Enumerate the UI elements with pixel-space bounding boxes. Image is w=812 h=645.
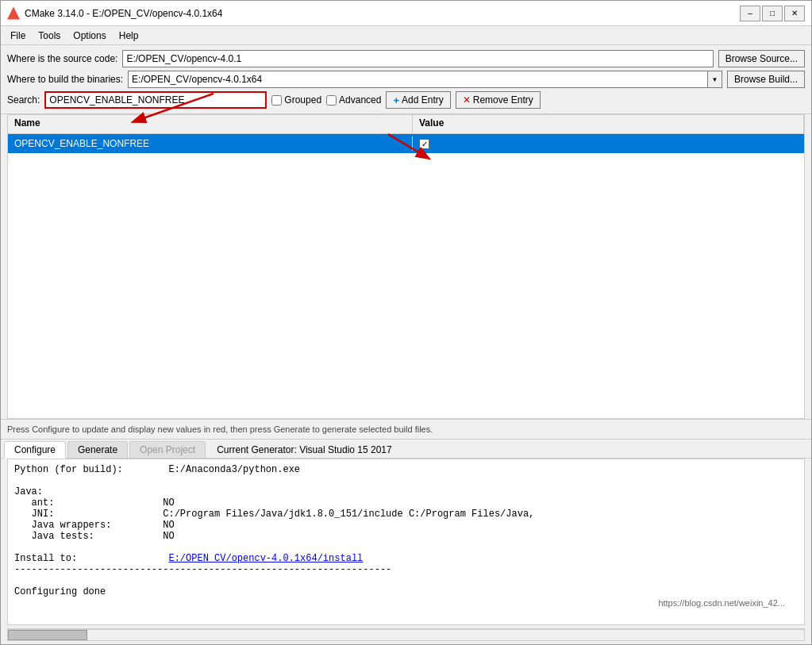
source-label: Where is the source code:: [7, 53, 117, 64]
menu-tools[interactable]: Tools: [32, 29, 67, 43]
advanced-checkbox[interactable]: [326, 95, 337, 106]
table-header: Name Value: [8, 115, 804, 134]
cmake-icon: [7, 7, 20, 20]
build-row: Where to build the binaries: ▼ Browse Bu…: [7, 71, 805, 88]
grouped-checkbox-label[interactable]: Grouped: [271, 94, 321, 106]
remove-icon: ✕: [463, 94, 471, 106]
window-controls: – □ ✕: [740, 6, 805, 21]
minimize-button[interactable]: –: [740, 6, 760, 21]
add-entry-label: Add Entry: [402, 94, 444, 106]
row-value-cell[interactable]: [413, 137, 804, 151]
hscroll-thumb[interactable]: [8, 630, 87, 640]
row-name-cell: OPENCV_ENABLE_NONFREE: [8, 136, 413, 151]
browse-source-button[interactable]: Browse Source...: [718, 50, 805, 67]
horizontal-scrollbar[interactable]: [7, 628, 805, 641]
menu-help[interactable]: Help: [113, 29, 145, 43]
browse-build-button[interactable]: Browse Build...: [727, 71, 805, 88]
menu-file[interactable]: File: [4, 29, 32, 43]
install-path-link[interactable]: E:/OPEN_CV/opencv-4.0.1x64/install: [168, 553, 363, 564]
toolbar: Where is the source code: Browse Source.…: [1, 45, 811, 114]
status-bar: Press Configure to update and display ne…: [1, 419, 811, 439]
output-content: Python (for build): E:/Anaconda3/python.…: [8, 459, 804, 602]
build-dropdown-arrow[interactable]: ▼: [707, 71, 722, 87]
maximize-button[interactable]: □: [762, 6, 783, 21]
tab-bar: Configure Generate Open Project Current …: [1, 440, 811, 459]
source-input[interactable]: [122, 50, 713, 67]
tab-open-project[interactable]: Open Project: [129, 441, 206, 458]
name-column-header: Name: [8, 115, 413, 133]
title-bar: CMake 3.14.0 - E:/OPEN_CV/opencv-4.0.1x6…: [1, 1, 811, 26]
advanced-label: Advanced: [339, 94, 381, 106]
source-row: Where is the source code: Browse Source.…: [7, 50, 805, 67]
output-area[interactable]: Python (for build): E:/Anaconda3/python.…: [7, 459, 805, 625]
search-row: Search: Grouped Advanced + Add Entry ✕ R…: [7, 91, 805, 109]
add-icon: +: [393, 94, 399, 106]
tab-configure[interactable]: Configure: [4, 441, 66, 459]
table-container-outer: Name Value OPENCV_ENABLE_NONFREE: [7, 114, 805, 419]
window-title: CMake 3.14.0 - E:/OPEN_CV/opencv-4.0.1x6…: [25, 8, 740, 19]
search-input[interactable]: [44, 91, 267, 109]
build-label: Where to build the binaries:: [7, 74, 123, 85]
table-body: OPENCV_ENABLE_NONFREE: [8, 134, 804, 418]
menu-bar: File Tools Options Help: [1, 26, 811, 45]
grouped-checkbox[interactable]: [271, 95, 282, 106]
build-input[interactable]: [129, 71, 707, 87]
value-column-header: Value: [413, 115, 804, 133]
main-window: CMake 3.14.0 - E:/OPEN_CV/opencv-4.0.1x6…: [0, 0, 812, 645]
remove-entry-button[interactable]: ✕ Remove Entry: [456, 91, 541, 109]
status-text: Press Configure to update and display ne…: [7, 424, 433, 434]
current-generator: Current Generator: Visual Studio 15 2017: [207, 441, 808, 458]
advanced-checkbox-label[interactable]: Advanced: [326, 94, 381, 106]
close-button[interactable]: ✕: [784, 6, 805, 21]
tab-generate[interactable]: Generate: [67, 441, 128, 458]
add-entry-button[interactable]: + Add Entry: [386, 91, 450, 109]
build-input-wrapper: ▼: [128, 71, 722, 88]
search-label: Search:: [7, 94, 40, 106]
hscroll-track[interactable]: [7, 629, 805, 641]
table-row[interactable]: OPENCV_ENABLE_NONFREE: [8, 134, 804, 153]
value-checkbox[interactable]: [419, 139, 429, 149]
table-area: Name Value OPENCV_ENABLE_NONFREE: [7, 114, 805, 419]
grouped-label: Grouped: [284, 94, 321, 106]
bottom-section: Configure Generate Open Project Current …: [1, 439, 811, 644]
menu-options[interactable]: Options: [67, 29, 112, 43]
remove-entry-label: Remove Entry: [473, 94, 533, 106]
watermark: https://blog.csdn.net/weixin_42...: [655, 597, 788, 609]
